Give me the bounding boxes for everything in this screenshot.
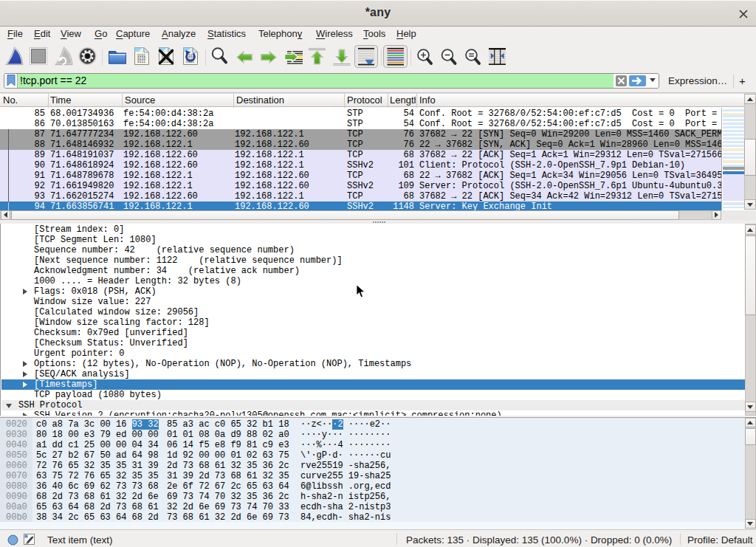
svg-text:0111: 0111 [137, 60, 145, 63]
